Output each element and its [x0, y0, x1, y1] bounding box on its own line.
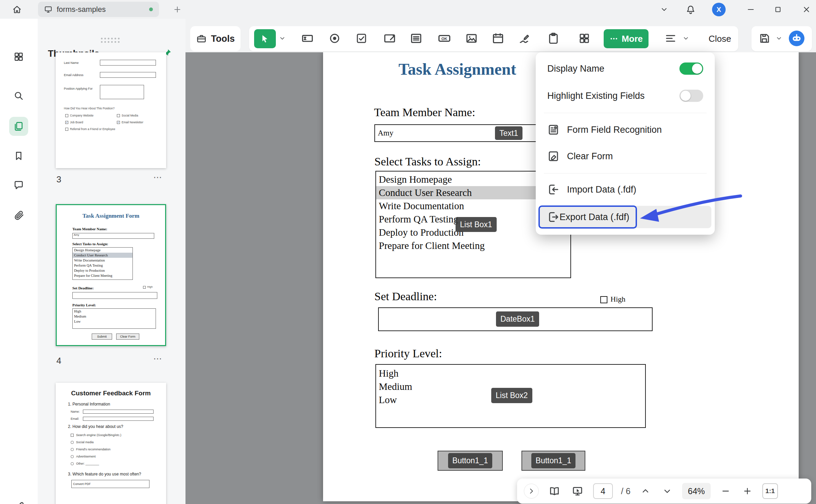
field-name-badge: Button1_1	[531, 453, 576, 468]
rail-pen-button[interactable]	[9, 498, 28, 504]
home-icon	[12, 5, 22, 14]
list-box-tool[interactable]	[407, 29, 426, 48]
thumb-section: 3. Which feature do you use most often?	[68, 472, 141, 476]
comment-icon	[13, 180, 24, 191]
import-data-icon	[547, 183, 560, 196]
document-tab[interactable]: forms-samples	[38, 2, 159, 17]
highlight-fields-toggle[interactable]	[679, 90, 703, 102]
rail-comments-button[interactable]	[9, 176, 28, 195]
thumbnail-page-5[interactable]: Customer Feedback Form 1. Personal Infor…	[56, 383, 166, 504]
thumb-input: Amy	[72, 233, 154, 239]
field-name-badge: Text1	[495, 126, 522, 140]
menu-item-import-data[interactable]: Import Data (.fdf)	[547, 179, 703, 200]
export-data-icon	[547, 211, 560, 223]
notifications-button[interactable]	[684, 3, 698, 16]
clear-form-icon	[547, 150, 560, 162]
radio-icon	[329, 32, 341, 44]
align-chevron[interactable]	[681, 34, 690, 43]
grid-view-tool[interactable]	[575, 29, 594, 48]
list-option[interactable]: Prepare for Client Meeting	[376, 239, 570, 252]
minimize-button[interactable]	[744, 4, 758, 15]
select-tool-button[interactable]	[254, 29, 276, 48]
tools-button[interactable]: Tools	[190, 26, 241, 51]
zoom-in-button[interactable]	[741, 484, 754, 498]
page-total: / 6	[621, 486, 631, 496]
thumb-button: Clear Form	[116, 334, 139, 340]
text-field-tool[interactable]	[298, 29, 317, 48]
thumb-section: 2. How did you hear about us?	[68, 424, 123, 429]
thumbnail-page-number: 3	[56, 174, 61, 185]
zoom-out-button[interactable]	[719, 484, 732, 498]
thumb-radio	[71, 441, 74, 444]
date-field-tool[interactable]	[489, 29, 508, 48]
save-button[interactable]	[755, 29, 774, 48]
panel-drag-handle[interactable]	[101, 38, 123, 43]
thumbnail-menu-button[interactable]: ⋯	[153, 354, 163, 364]
list-option[interactable]: High	[376, 367, 645, 380]
presentation-mode-button[interactable]	[570, 484, 585, 499]
save-icon	[758, 32, 770, 44]
form-button-1[interactable]: Button1_1	[438, 451, 503, 471]
previous-page-button[interactable]	[639, 484, 652, 498]
rail-search-button[interactable]	[9, 86, 28, 105]
form-button-2[interactable]: Button1_1	[521, 451, 585, 471]
close-form-mode-button[interactable]: Close	[703, 29, 737, 48]
thumb-label: Set Deadline:	[72, 286, 94, 290]
thumbnail-menu-button[interactable]: ⋯	[153, 172, 163, 183]
thumb-form-title: Customer Feedback Form	[56, 390, 166, 397]
page-number-input[interactable]: 4	[593, 483, 613, 499]
menu-item-clear-form[interactable]: Clear Form	[547, 146, 703, 166]
read-mode-button[interactable]	[547, 484, 562, 499]
rail-apps-button[interactable]	[9, 47, 28, 66]
chevron-down-icon	[660, 5, 668, 14]
pages-icon	[13, 121, 24, 132]
import-data-label: Import Data (.fdf)	[567, 184, 636, 195]
select-tool-chevron[interactable]	[278, 34, 287, 43]
thumb-list-item: Conduct User Research	[73, 253, 132, 258]
zoom-level[interactable]: 64%	[682, 483, 711, 499]
toggle-knob	[692, 64, 702, 74]
display-name-toggle[interactable]	[679, 62, 703, 75]
save-chevron[interactable]	[775, 34, 783, 43]
rail-attachments-button[interactable]	[9, 206, 28, 225]
checkbox-tool[interactable]	[352, 29, 371, 48]
high-checkbox[interactable]	[600, 296, 607, 303]
thumbnails-panel: Thumbnails Last Name Email Address Posit…	[38, 19, 185, 504]
toolbox-icon	[196, 33, 207, 44]
monitor-cursor-icon	[572, 485, 583, 497]
align-tool[interactable]	[661, 29, 680, 48]
thumb-option: Social media	[76, 440, 94, 444]
actual-size-button[interactable]: 1:1	[762, 483, 778, 499]
push-button-tool[interactable]: OK	[435, 29, 454, 48]
thumb-option: High	[147, 285, 153, 288]
rail-bookmarks-button[interactable]	[9, 146, 28, 165]
next-page-button[interactable]	[660, 484, 674, 498]
thumbnail-page-3[interactable]: Last Name Email Address Position Applyin…	[56, 52, 166, 168]
chevron-down-icon	[776, 35, 782, 42]
form-title: Task Assignment	[398, 60, 516, 78]
chevron-up-icon	[641, 486, 650, 496]
thumbnail-page-4-selected[interactable]: Task Assignment Form Team Member Name: A…	[56, 204, 166, 346]
more-button[interactable]: More	[604, 29, 649, 48]
rail-thumbnails-button[interactable]	[9, 117, 28, 136]
image-field-tool[interactable]	[462, 29, 481, 48]
deadline-label: Set Deadline:	[374, 290, 437, 303]
titlebar-chevron-button[interactable]	[657, 4, 671, 15]
signature-field-tool[interactable]	[516, 29, 535, 48]
display-name-label: Display Name	[547, 64, 604, 74]
menu-item-form-field-recognition[interactable]: Form Field Recognition	[547, 120, 703, 140]
user-avatar[interactable]: X	[712, 3, 726, 16]
menu-item-export-data[interactable]: Export Data (.fdf)	[539, 206, 711, 228]
thumb-option: Company Website	[70, 114, 93, 117]
combo-box-tool[interactable]	[380, 29, 399, 48]
svg-text:OK: OK	[441, 36, 447, 41]
maximize-button[interactable]	[771, 4, 785, 15]
home-button[interactable]	[10, 3, 24, 16]
radio-button-tool[interactable]	[325, 29, 344, 48]
new-tab-button[interactable]	[172, 4, 183, 15]
close-window-button[interactable]	[800, 4, 813, 15]
thumb-checkbox: ✓	[65, 121, 68, 124]
paste-tool[interactable]	[544, 29, 563, 48]
expand-bar-button[interactable]	[524, 484, 539, 499]
ai-assistant-button[interactable]	[789, 31, 804, 46]
